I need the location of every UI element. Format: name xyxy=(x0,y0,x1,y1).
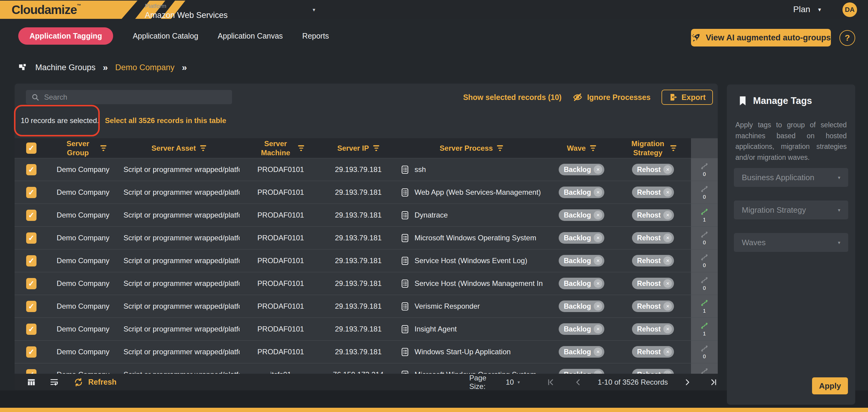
cloudamize-app: Cloudamize™ Platform Amazon Web Services… xyxy=(0,0,868,412)
row-checkbox[interactable]: ✓ xyxy=(26,187,36,198)
filter-icon[interactable] xyxy=(100,145,106,151)
remove-wave-icon[interactable]: × xyxy=(594,302,602,311)
row-checkbox[interactable]: ✓ xyxy=(26,323,36,335)
remove-strategy-icon[interactable]: × xyxy=(663,302,672,311)
filter-icon[interactable] xyxy=(670,145,676,151)
export-button[interactable]: Export xyxy=(661,90,713,105)
filter-icon[interactable] xyxy=(200,145,206,151)
avatar[interactable]: DA xyxy=(842,2,857,17)
strategy-badge: Rehost × xyxy=(632,301,674,312)
connections-cell[interactable]: 0 xyxy=(691,249,718,272)
platform-label: Platform xyxy=(145,3,228,9)
business-application-dropdown[interactable]: Business Application ▾ xyxy=(734,168,848,187)
cell-server-ip: 29.193.79.181 xyxy=(322,204,395,226)
remove-wave-icon[interactable]: × xyxy=(594,256,602,265)
remove-wave-icon[interactable]: × xyxy=(594,279,602,288)
checkbox-check-icon: ✓ xyxy=(28,234,35,242)
first-page-button[interactable] xyxy=(547,378,555,386)
tab-reports[interactable]: Reports xyxy=(302,27,329,45)
breadcrumb-demo-company[interactable]: Demo Company xyxy=(115,63,175,72)
waves-dropdown[interactable]: Waves ▾ xyxy=(734,233,848,252)
connections-cell[interactable]: 0 xyxy=(691,364,718,374)
connections-cell[interactable]: 1 xyxy=(691,295,718,317)
plan-menu[interactable]: Plan ▾ xyxy=(793,5,821,14)
cell-server-machine: PRODAF0101 xyxy=(240,272,322,295)
records-table: ✓ Server Group Server Asset Server Machi… xyxy=(14,138,718,374)
remove-strategy-icon[interactable]: × xyxy=(663,211,672,219)
remove-strategy-icon[interactable]: × xyxy=(663,370,672,374)
show-selected-records-link[interactable]: Show selected records (10) xyxy=(463,93,562,102)
table-header-row: ✓ Server Group Server Asset Server Machi… xyxy=(14,138,718,158)
tab-application-canvas[interactable]: Application Canvas xyxy=(218,27,283,45)
remove-strategy-icon[interactable]: × xyxy=(663,279,672,288)
row-checkbox[interactable]: ✓ xyxy=(26,255,36,267)
ignore-processes-button[interactable]: Ignore Processes xyxy=(572,92,650,102)
remove-strategy-icon[interactable]: × xyxy=(663,165,672,174)
search-input[interactable] xyxy=(44,93,226,101)
filter-icon[interactable] xyxy=(373,145,379,151)
migration-strategy-dropdown[interactable]: Migration Strategy ▾ xyxy=(734,201,848,219)
previous-page-button[interactable] xyxy=(574,378,582,386)
connections-cell[interactable]: 1 xyxy=(691,204,718,226)
remove-wave-icon[interactable]: × xyxy=(594,348,602,356)
column-server-machine: Server Machine xyxy=(240,138,322,158)
page-size-select[interactable]: 10 ▾ xyxy=(506,378,520,386)
filter-icon[interactable] xyxy=(590,145,596,151)
remove-strategy-icon[interactable]: × xyxy=(663,188,672,197)
tab-application-catalog[interactable]: Application Catalog xyxy=(133,27,198,45)
remove-strategy-icon[interactable]: × xyxy=(663,325,672,333)
remove-strategy-icon[interactable]: × xyxy=(663,234,672,242)
connections-icon xyxy=(700,253,709,262)
remove-strategy-icon[interactable]: × xyxy=(663,256,672,265)
row-checkbox[interactable]: ✓ xyxy=(26,164,36,175)
connections-cell[interactable]: 0 xyxy=(691,181,718,204)
remove-wave-icon[interactable]: × xyxy=(594,211,602,219)
columns-icon[interactable] xyxy=(27,378,36,387)
remove-wave-icon[interactable]: × xyxy=(594,165,602,174)
breadcrumb-machine-groups[interactable]: Machine Groups xyxy=(35,63,95,72)
connections-cell[interactable]: 0 xyxy=(691,158,718,181)
filter-icon[interactable] xyxy=(298,145,304,151)
row-checkbox[interactable]: ✓ xyxy=(26,346,36,357)
view-ai-auto-groups-button[interactable]: View AI augmented auto-groups xyxy=(691,29,831,46)
bookmark-icon xyxy=(738,96,747,106)
connections-count: 0 xyxy=(703,171,706,177)
remove-wave-icon[interactable]: × xyxy=(594,370,602,374)
cell-server-asset: Script or programmer wrapped/platfor... xyxy=(118,341,240,363)
row-checkbox[interactable]: ✓ xyxy=(26,278,36,289)
wave-badge: Backlog × xyxy=(559,255,604,267)
cell-server-machine: PRODAF0101 xyxy=(240,295,322,317)
column-wave: Wave xyxy=(548,138,615,158)
checkbox-check-icon: ✓ xyxy=(28,188,35,197)
table-row: ✓ Demo Company Script or programmer wrap… xyxy=(14,272,718,295)
connections-cell[interactable]: 0 xyxy=(691,341,718,363)
platform-selector[interactable]: Platform Amazon Web Services xyxy=(145,3,228,20)
row-checkbox[interactable]: ✓ xyxy=(26,301,36,312)
row-checkbox[interactable]: ✓ xyxy=(26,210,36,221)
select-all-link[interactable]: Select all 3526 records in this table xyxy=(105,116,226,125)
row-checkbox[interactable]: ✓ xyxy=(26,369,36,374)
connections-cell[interactable]: 0 xyxy=(691,272,718,295)
wrap-icon[interactable] xyxy=(49,377,59,387)
connections-cell[interactable]: 0 xyxy=(691,227,718,249)
connections-cell[interactable]: 1 xyxy=(691,318,718,340)
next-page-button[interactable] xyxy=(683,378,691,386)
refresh-button[interactable]: Refresh xyxy=(73,377,117,387)
cell-server-machine: PRODAF0101 xyxy=(240,227,322,249)
apply-button[interactable]: Apply xyxy=(812,377,848,394)
table-toolbar: Show selected records (10) Ignore Proces… xyxy=(463,90,713,105)
last-page-button[interactable] xyxy=(709,378,718,386)
remove-wave-icon[interactable]: × xyxy=(594,325,602,333)
cell-server-machine: itcfs01 xyxy=(240,364,322,374)
checkbox-check-icon: ✓ xyxy=(28,279,35,288)
cell-wave: Backlog × xyxy=(548,204,615,226)
filter-icon[interactable] xyxy=(497,145,503,151)
remove-wave-icon[interactable]: × xyxy=(594,188,602,197)
remove-strategy-icon[interactable]: × xyxy=(663,348,672,356)
remove-wave-icon[interactable]: × xyxy=(594,234,602,242)
help-button[interactable]: ? xyxy=(839,30,855,46)
connections-count: 0 xyxy=(703,263,706,269)
select-all-checkbox[interactable]: ✓ xyxy=(26,142,36,154)
tab-application-tagging[interactable]: Application Tagging xyxy=(18,27,113,45)
row-checkbox[interactable]: ✓ xyxy=(26,233,36,244)
